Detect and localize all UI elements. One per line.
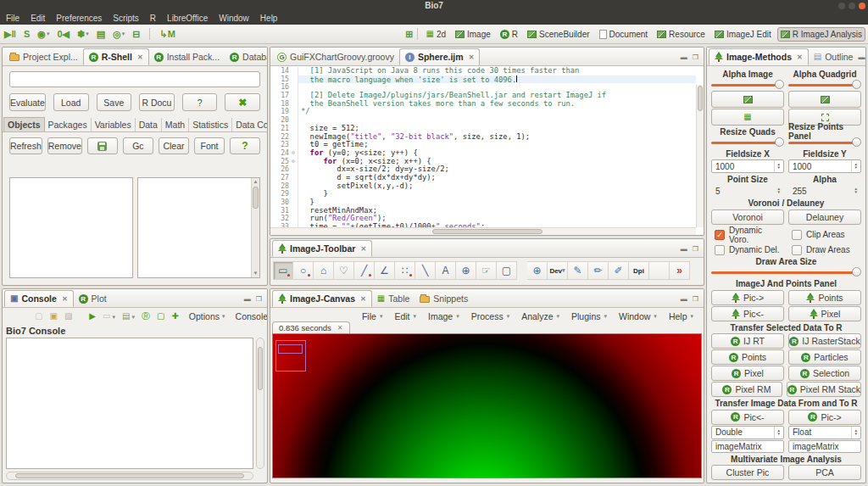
reset-icon[interactable]: 0◀: [57, 30, 70, 39]
freehand-tool[interactable]: ♡: [334, 261, 354, 280]
button-clear[interactable]: Clear: [159, 137, 189, 154]
menu-preferences[interactable]: Preferences: [56, 14, 102, 23]
imagej-menu-help[interactable]: Help▾: [669, 310, 693, 321]
imagej-menu-image[interactable]: Image▾: [428, 310, 459, 321]
spinner-arrows[interactable]: ▲▼: [852, 186, 860, 196]
r-console-icon[interactable]: Ⓡ: [142, 312, 150, 321]
button-points[interactable]: Points: [788, 290, 861, 305]
imagej-menu-window[interactable]: Window▾: [619, 310, 657, 321]
spinner-arrows[interactable]: ▲▼: [775, 186, 783, 196]
scroll-thumb[interactable]: [698, 86, 703, 111]
checkbox-icon[interactable]: [792, 245, 802, 255]
button-pic[interactable]: Pic<-: [711, 306, 784, 321]
button-r-docu[interactable]: R Docu: [139, 93, 175, 111]
menu-r[interactable]: R: [150, 14, 156, 23]
minimize-panel-icon[interactable]: ▬: [681, 296, 687, 303]
spin-down-icon[interactable]: ▼: [854, 166, 858, 170]
image-matrix-input-2[interactable]: imageMatrix: [788, 440, 861, 453]
perspective-image[interactable]: Image: [452, 27, 494, 42]
slider-thumb[interactable]: [852, 80, 861, 89]
more-tools[interactable]: »: [670, 261, 690, 280]
menu-scripts[interactable]: Scripts: [113, 14, 139, 23]
slider-thumb[interactable]: [852, 267, 861, 277]
close-window-icon[interactable]: [859, 3, 865, 9]
tab-imagej-toolbar[interactable]: ImageJ-Toolbar✕: [272, 240, 372, 257]
scroll-thumb[interactable]: [15, 473, 244, 478]
imagej-menu-plugins[interactable]: Plugins▾: [571, 310, 607, 321]
button-refresh[interactable]: Refresh: [9, 137, 42, 154]
scroll-lock-icon[interactable]: ▣: [49, 312, 57, 321]
zoom-tool[interactable]: ⊕: [527, 261, 548, 280]
maximize-panel-icon[interactable]: ❒: [693, 54, 698, 61]
alpha-image-button[interactable]: [711, 91, 784, 108]
minimize-panel-icon[interactable]: ▬: [681, 54, 687, 61]
menu-edit[interactable]: Edit: [31, 14, 45, 23]
close-icon[interactable]: ✕: [797, 53, 803, 61]
new-script-icon[interactable]: ▤: [97, 30, 105, 39]
console-output[interactable]: [6, 338, 253, 469]
spin-down-icon[interactable]: ▼: [777, 191, 781, 194]
button-item[interactable]: ?: [182, 93, 218, 111]
checkbox-dynamic-voro[interactable]: ✓Dynamic Voro.: [711, 226, 784, 244]
resume-pause-icon[interactable]: ▶‖: [4, 30, 16, 39]
close-icon[interactable]: ✕: [137, 53, 143, 61]
button-font[interactable]: Font: [194, 137, 225, 154]
spin-down-icon[interactable]: ▼: [854, 191, 858, 194]
imagej-menu-process[interactable]: Process▾: [471, 310, 509, 321]
button-evaluate[interactable]: Evaluate: [9, 93, 46, 111]
tab-r-shell[interactable]: RR-Shell✕: [83, 48, 149, 65]
menu-file[interactable]: File: [6, 14, 19, 23]
fold-minus-icon[interactable]: ⊖: [289, 149, 298, 158]
tab-project-expl[interactable]: Project Expl...: [4, 48, 83, 65]
button-selection[interactable]: RSelection: [788, 366, 861, 381]
code-line[interactable]: 28 setPixel(x,y,-d);: [270, 182, 696, 191]
scroll-thumb[interactable]: [253, 187, 259, 209]
tab-guifxchartgroovy-groovy[interactable]: GGuiFXChartGroovy.groovy: [272, 48, 399, 65]
button-pixel-rm[interactable]: RPixel RM: [711, 382, 782, 397]
scroll-thumb[interactable]: [432, 229, 543, 234]
perspective-r[interactable]: RR: [497, 27, 521, 42]
subtab-data-conversion[interactable]: Data Conversion: [232, 118, 268, 131]
imagej-menu-edit[interactable]: Edit▾: [394, 310, 416, 321]
r-shell-input[interactable]: [9, 71, 260, 87]
menu-libreoffice[interactable]: LibreOffice: [167, 14, 208, 23]
image-tab[interactable]: 0.836 seconds ✕: [272, 321, 350, 333]
close-icon[interactable]: ✕: [337, 324, 343, 332]
oval-tool[interactable]: ○: [293, 261, 314, 280]
scroll-thumb[interactable]: [258, 347, 263, 390]
button-particles[interactable]: RParticles: [788, 349, 861, 365]
button-cluster-pic[interactable]: Cluster Pic: [711, 465, 784, 480]
alpha-image-slider[interactable]: [711, 80, 784, 90]
fold-minus-icon[interactable]: ⊖: [289, 158, 298, 166]
checkbox-icon[interactable]: [715, 245, 725, 255]
console-vscrollbar[interactable]: [256, 338, 264, 469]
spin-down-icon[interactable]: ▼: [777, 166, 781, 170]
model-chart-icon[interactable]: ↳M: [159, 30, 175, 39]
tab-snippets[interactable]: Snippets: [415, 290, 473, 307]
button-save[interactable]: Save: [97, 93, 132, 111]
checkbox-draw-areas[interactable]: Draw Areas: [788, 245, 861, 255]
button-pic[interactable]: Pic->: [711, 290, 784, 305]
objects-list[interactable]: [9, 177, 133, 278]
editor-vscrollbar[interactable]: [696, 85, 704, 227]
subtab-data[interactable]: Data: [136, 118, 162, 131]
slider-thumb[interactable]: [775, 80, 784, 89]
console-menu[interactable]: Console▾: [236, 311, 268, 321]
close-icon[interactable]: ✕: [62, 295, 68, 303]
button-pixel[interactable]: Pixel: [788, 306, 861, 321]
maximize-panel-icon[interactable]: ❒: [693, 246, 698, 253]
open-perspective-icon[interactable]: ⊞: [405, 30, 413, 39]
button-pca[interactable]: PCA: [788, 465, 861, 480]
image-matrix-input-1[interactable]: imageMatrix: [711, 440, 784, 453]
spinner-arrows[interactable]: ▲▼: [851, 160, 860, 172]
perspective-imagej-edit[interactable]: ImageJ Edit: [711, 27, 775, 42]
line-tool[interactable]: ╱: [354, 261, 375, 280]
spinner-arrows[interactable]: ▲▼: [774, 160, 783, 172]
text-tool[interactable]: A: [436, 261, 456, 280]
button-delauney[interactable]: Delauney: [788, 209, 861, 225]
spinner-arrows[interactable]: ▲▼: [774, 427, 783, 439]
editor-hscrollbar[interactable]: [270, 227, 696, 235]
button-remove[interactable]: Remove: [47, 137, 82, 154]
code-line[interactable]: 19*/: [270, 108, 696, 116]
polygon-tool[interactable]: ⌂: [314, 261, 334, 280]
